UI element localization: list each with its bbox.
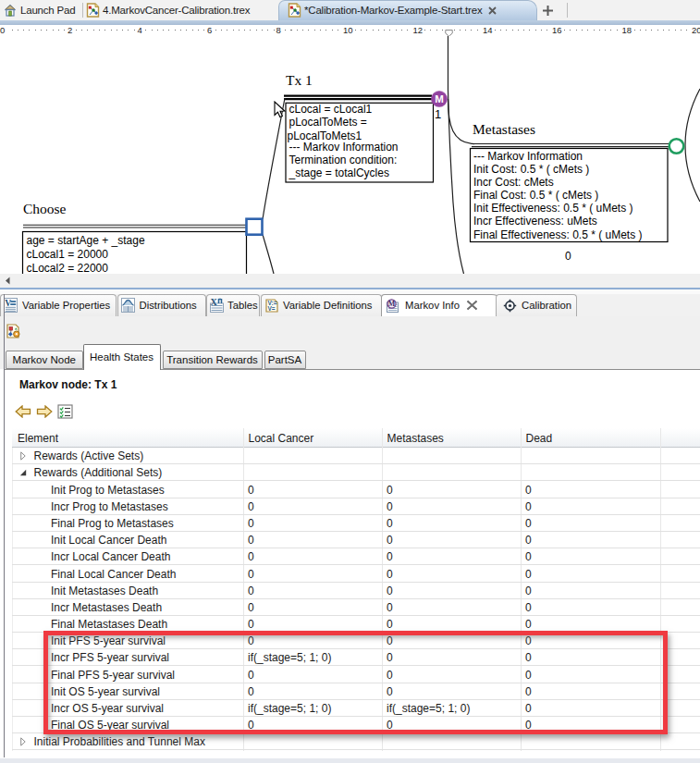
svg-text:V: V xyxy=(5,299,11,308)
svg-text:X: X xyxy=(211,298,218,307)
svg-text:M: M xyxy=(388,300,396,308)
svg-text:M: M xyxy=(435,93,444,105)
svg-text:V=: V= xyxy=(268,305,276,312)
